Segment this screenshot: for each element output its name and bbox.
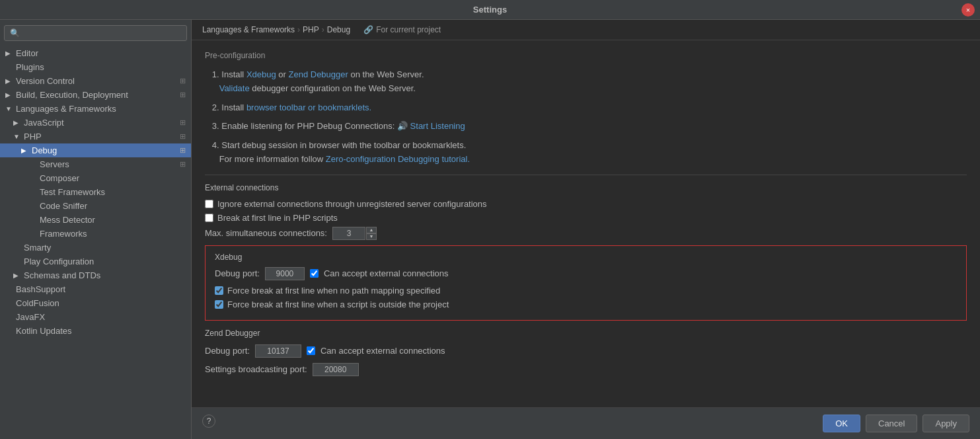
- sidebar-item-test-frameworks[interactable]: Test Frameworks: [0, 185, 191, 199]
- project-icon: 🔗: [363, 25, 373, 34]
- cancel-button[interactable]: Cancel: [866, 415, 917, 432]
- page-icon: ⊞: [180, 118, 186, 127]
- arrow-icon: ▶: [5, 50, 13, 57]
- zend-debugger-title: Zend Debugger: [205, 329, 967, 338]
- sidebar-item-play-config[interactable]: Play Configuration: [0, 255, 191, 268]
- sidebar-item-kotlin-updates[interactable]: Kotlin Updates: [0, 324, 191, 338]
- zend-debugger-link[interactable]: Zend Debugger: [289, 69, 348, 79]
- apply-button[interactable]: Apply: [923, 415, 969, 432]
- sidebar-item-build-exec[interactable]: ▶ Build, Execution, Deployment ⊞: [0, 88, 191, 102]
- preconfiguration-title: Pre-configuration: [205, 51, 967, 60]
- close-button[interactable]: ×: [961, 3, 975, 17]
- breadcrumb: Languages & Frameworks › PHP › Debug 🔗 F…: [192, 20, 980, 40]
- xdebug-external-connections-checkbox[interactable]: [310, 269, 319, 278]
- page-icon: ⊞: [180, 132, 186, 141]
- spinner-down-button[interactable]: ▼: [366, 233, 377, 240]
- breadcrumb-sep-2: ›: [322, 25, 324, 34]
- browser-toolbar-link[interactable]: browser toolbar or bookmarklets.: [246, 102, 371, 112]
- broadcast-port-label: Settings broadcasting port:: [205, 364, 307, 374]
- xdebug-link[interactable]: Xdebug: [246, 69, 276, 79]
- page-icon: ⊞: [180, 77, 186, 85]
- sidebar-item-mess-detector[interactable]: Mess Detector: [0, 213, 191, 227]
- arrow-icon: ▶: [13, 272, 21, 279]
- spinner-up-button[interactable]: ▲: [366, 227, 377, 233]
- broadcast-port-row: Settings broadcasting port:: [205, 363, 967, 376]
- break-first-line-checkbox[interactable]: [205, 214, 213, 222]
- break-first-line-label: Break at first line in PHP scripts: [217, 213, 338, 223]
- for-project-label: 🔗 For current project: [363, 25, 441, 34]
- search-input[interactable]: [4, 25, 187, 41]
- step-3: 3. Enable listening for PHP Debug Connec…: [205, 120, 967, 134]
- breadcrumb-sep-1: ›: [297, 25, 300, 34]
- break-first-line-checkbox-row: Break at first line in PHP scripts: [205, 213, 967, 223]
- help-button[interactable]: ?: [202, 415, 215, 428]
- breadcrumb-part-3: Debug: [327, 25, 350, 34]
- sidebar-item-editor[interactable]: ▶ Editor: [0, 46, 191, 60]
- ok-button[interactable]: OK: [823, 415, 860, 432]
- page-icon: ⊞: [180, 146, 186, 155]
- zend-port-row: Debug port: Can accept external connecti…: [205, 344, 967, 358]
- external-connections-title: External connections: [205, 183, 967, 192]
- sidebar-item-version-control[interactable]: ▶ Version Control ⊞: [0, 74, 191, 88]
- page-icon: ⊞: [180, 91, 186, 99]
- arrow-icon: ▶: [5, 77, 13, 85]
- force-break-mapping-row: Force break at first line when no path m…: [215, 286, 957, 296]
- zend-port-input[interactable]: [255, 344, 301, 358]
- sidebar-item-plugins[interactable]: Plugins: [0, 60, 191, 74]
- xdebug-title: Xdebug: [215, 253, 957, 262]
- validate-link[interactable]: Validate: [219, 83, 250, 93]
- ignore-external-checkbox-row: Ignore external connections through unre…: [205, 199, 967, 209]
- max-connections-input[interactable]: [332, 227, 365, 240]
- sidebar-item-debug[interactable]: ▶ Debug ⊞: [0, 143, 191, 157]
- breadcrumb-part-1: Languages & Frameworks: [202, 25, 295, 34]
- max-connections-label: Max. simultaneous connections:: [205, 228, 327, 238]
- xdebug-external-connections-label: Can accept external connections: [324, 268, 449, 278]
- arrow-icon: ▶: [21, 147, 29, 154]
- dialog-title: Settings: [473, 5, 507, 15]
- sidebar-item-schemas-dtds[interactable]: ▶ Schemas and DTDs: [0, 268, 191, 282]
- xdebug-port-input[interactable]: [265, 267, 305, 280]
- sidebar-item-composer[interactable]: Composer: [0, 171, 191, 185]
- sidebar-item-bash-support[interactable]: BashSupport: [0, 282, 191, 296]
- start-listening-link[interactable]: Start Listening: [410, 121, 465, 131]
- broadcast-port-input[interactable]: [313, 363, 359, 376]
- arrow-icon: ▶: [5, 91, 13, 99]
- xdebug-port-row: Debug port: Can accept external connecti…: [215, 267, 957, 280]
- max-connections-row: Max. simultaneous connections: ▲ ▼: [205, 227, 967, 240]
- force-break-mapping-label: Force break at first line when no path m…: [227, 286, 440, 296]
- ignore-external-checkbox[interactable]: [205, 200, 213, 208]
- sidebar-item-servers[interactable]: Servers ⊞: [0, 157, 191, 171]
- breadcrumb-part-2: PHP: [303, 25, 319, 34]
- arrow-icon: ▼: [13, 133, 21, 140]
- divider-1: [205, 175, 967, 175]
- main-layout: ▶ Editor Plugins ▶ Version Control ⊞ ▶ B…: [0, 20, 980, 439]
- spinner-buttons: ▲ ▼: [366, 227, 377, 240]
- force-break-outside-label: Force break at first line when a script …: [227, 299, 449, 309]
- zend-port-label: Debug port:: [205, 346, 250, 356]
- page-icon: ⊞: [180, 160, 186, 169]
- zero-config-link[interactable]: Zero-configuration Debugging tutorial.: [326, 154, 470, 164]
- sidebar: ▶ Editor Plugins ▶ Version Control ⊞ ▶ B…: [0, 20, 192, 439]
- sidebar-item-smarty[interactable]: Smarty: [0, 241, 191, 255]
- title-bar: Settings ×: [0, 0, 980, 20]
- step-2: 2. Install browser toolbar or bookmarkle…: [205, 101, 967, 115]
- settings-scroll: Pre-configuration 1. Install Xdebug or Z…: [192, 40, 980, 407]
- zend-external-connections-label: Can accept external connections: [320, 346, 445, 356]
- max-connections-spinner[interactable]: ▲ ▼: [332, 227, 377, 240]
- sidebar-item-php[interactable]: ▼ PHP ⊞: [0, 130, 191, 143]
- arrow-icon: ▼: [5, 105, 13, 112]
- step-1: 1. Install Xdebug or Zend Debugger on th…: [205, 68, 967, 96]
- arrow-icon: ▶: [13, 119, 21, 126]
- footer-bar: ? OK Cancel Apply: [192, 407, 980, 439]
- force-break-mapping-checkbox[interactable]: [215, 286, 223, 295]
- xdebug-section: Xdebug Debug port: Can accept external c…: [205, 245, 967, 321]
- sidebar-item-javascript[interactable]: ▶ JavaScript ⊞: [0, 116, 191, 130]
- zend-external-connections-checkbox[interactable]: [307, 346, 315, 355]
- sidebar-item-lang-frameworks[interactable]: ▼ Languages & Frameworks: [0, 102, 191, 116]
- force-break-outside-checkbox[interactable]: [215, 300, 223, 309]
- sidebar-item-javafx[interactable]: JavaFX: [0, 310, 191, 324]
- xdebug-port-label: Debug port:: [215, 268, 260, 278]
- sidebar-item-coldfusion[interactable]: ColdFusion: [0, 296, 191, 310]
- sidebar-item-frameworks[interactable]: Frameworks: [0, 227, 191, 241]
- sidebar-item-code-sniffer[interactable]: Code Sniffer: [0, 199, 191, 213]
